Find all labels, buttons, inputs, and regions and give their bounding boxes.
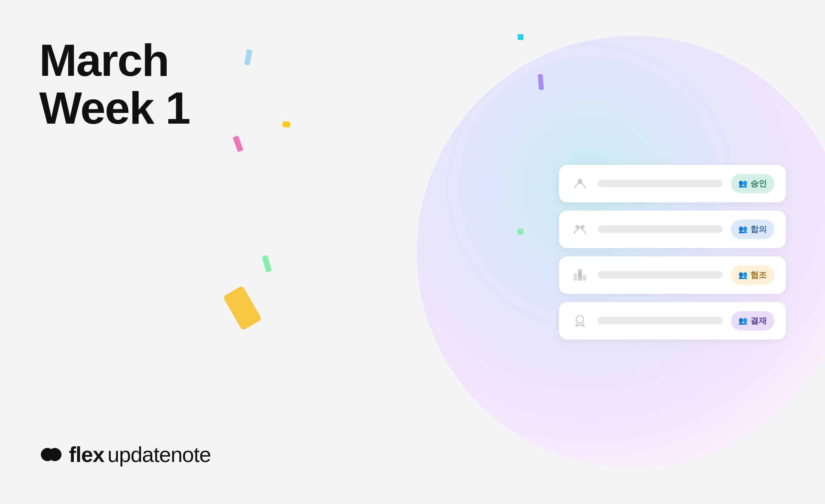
- badge-cooperate: 👥 협조: [731, 265, 774, 285]
- card-bar-4: [598, 317, 723, 324]
- confetti-2: [233, 136, 243, 152]
- badge-people-icon-3: 👥: [738, 270, 747, 279]
- badge-cooperate-label: 협조: [750, 270, 767, 281]
- badge-signoff-label: 결재: [750, 315, 767, 326]
- badge-people-icon-4: 👥: [738, 316, 747, 325]
- logo-section: flex updatenote: [39, 442, 211, 467]
- confetti-4: [262, 255, 272, 272]
- card-approve: 👥 승인: [559, 165, 786, 202]
- logo-flex-label: flex: [69, 442, 104, 467]
- svg-point-9: [576, 316, 584, 323]
- badge-approve-label: 승인: [750, 178, 767, 189]
- card-agree: 👥 합의: [559, 211, 786, 248]
- logo-updatenote-label: updatenote: [108, 442, 211, 467]
- badge-agree-label: 합의: [750, 224, 767, 235]
- cards-container: 👥 승인 👥 합의: [559, 165, 786, 340]
- card-bar-1: [598, 180, 723, 187]
- badge-agree: 👥 합의: [731, 220, 774, 239]
- card-bar-2: [598, 225, 723, 233]
- confetti-8: [518, 229, 523, 234]
- confetti-3: [282, 121, 290, 128]
- card-cooperate: 1 👥 협조: [559, 256, 786, 294]
- rank-icon: 1: [570, 265, 589, 284]
- award-icon: [570, 311, 589, 330]
- team-icon: [570, 220, 589, 239]
- card-signoff: 👥 결재: [559, 302, 786, 340]
- confetti-5: [518, 34, 523, 40]
- badge-approve: 👥 승인: [731, 174, 774, 193]
- card-bar-3: [598, 271, 723, 279]
- confetti-1: [244, 49, 252, 66]
- page-container: March Week 1 flex updatenote: [0, 0, 825, 504]
- title-week: Week 1: [39, 84, 190, 132]
- svg-rect-7: [574, 273, 577, 281]
- badge-people-icon-1: 👥: [738, 179, 747, 188]
- left-section: March Week 1: [39, 36, 190, 131]
- person-icon: [570, 174, 589, 193]
- svg-rect-8: [583, 275, 586, 281]
- svg-text:1: 1: [578, 271, 582, 278]
- badge-people-icon-2: 👥: [738, 225, 747, 234]
- logo-text: flex updatenote: [69, 442, 211, 467]
- confetti-7: [223, 286, 262, 331]
- flex-logo-icon: [39, 443, 63, 466]
- badge-signoff: 👥 결재: [731, 311, 774, 331]
- svg-point-1: [48, 448, 61, 461]
- title-march: March: [39, 36, 190, 84]
